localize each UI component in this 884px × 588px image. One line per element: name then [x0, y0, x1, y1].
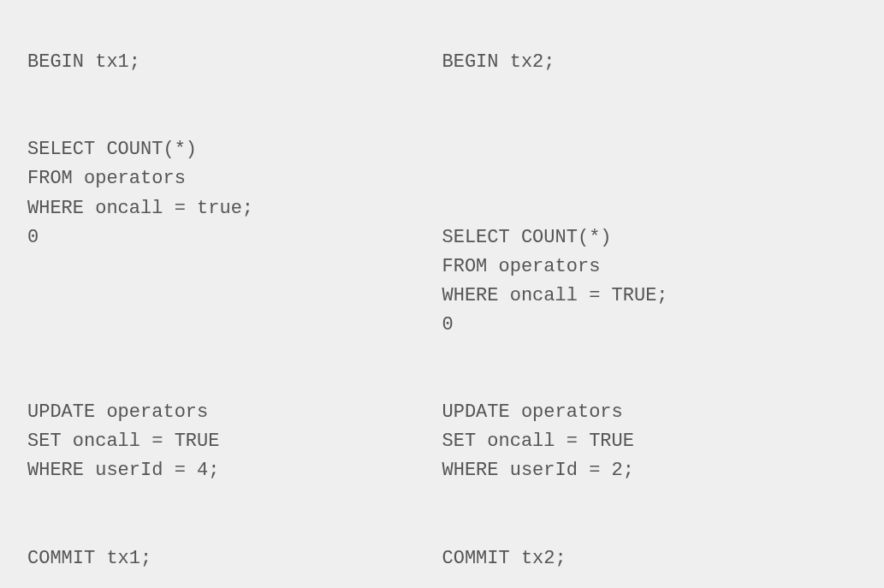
- code-line: 0: [27, 227, 39, 248]
- code-line: BEGIN tx1;: [27, 51, 140, 73]
- code-line: WHERE oncall = TRUE;: [442, 285, 668, 306]
- code-line: FROM operators: [27, 168, 186, 189]
- transaction-right: BEGIN tx2; SELECT COUNT(*) FROM operator…: [442, 19, 857, 588]
- code-line: WHERE userId = 4;: [27, 460, 219, 481]
- code-line: BEGIN tx2;: [442, 51, 555, 73]
- code-line: COMMIT tx2;: [442, 548, 567, 569]
- transaction-left: BEGIN tx1; SELECT COUNT(*) FROM operator…: [27, 19, 442, 588]
- code-line: UPDATE operators: [442, 401, 623, 423]
- code-line: SET oncall = TRUE: [442, 431, 634, 452]
- code-line: UPDATE operators: [27, 401, 208, 423]
- code-comparison: BEGIN tx1; SELECT COUNT(*) FROM operator…: [27, 19, 857, 588]
- code-line: FROM operators: [442, 256, 601, 277]
- code-line: WHERE userId = 2;: [442, 460, 634, 481]
- code-line: WHERE oncall = true;: [27, 198, 253, 219]
- code-line: COMMIT tx1;: [27, 548, 151, 569]
- code-line: SELECT COUNT(*): [442, 227, 612, 248]
- code-line: 0: [442, 314, 454, 336]
- code-line: SET oncall = TRUE: [27, 431, 219, 452]
- code-line: SELECT COUNT(*): [27, 139, 197, 160]
